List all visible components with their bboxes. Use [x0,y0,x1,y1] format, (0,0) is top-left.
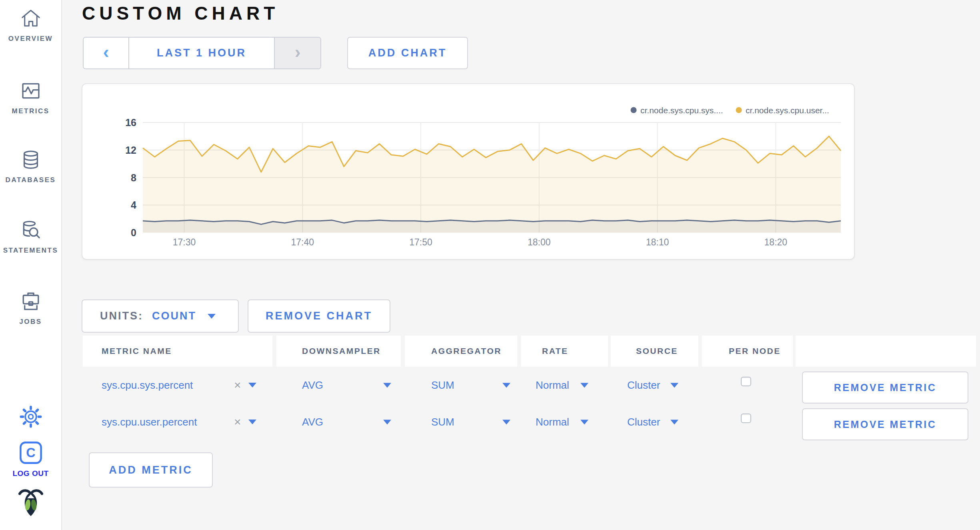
units-value: COUNT [152,310,196,322]
sidebar: OVERVIEW METRICS DATABASES [0,0,62,530]
source-value: Cluster [627,379,660,391]
sidebar-item-jobs[interactable]: JOBS [0,291,61,326]
rate-dropdown[interactable]: Normal [536,379,588,391]
metric-table-row: sys.cpu.sys.percent × AVG SUM Normal Clu… [0,367,980,404]
clear-metric-icon[interactable]: × [234,379,241,391]
time-next-button[interactable]: › [275,38,320,68]
metric-name-dropdown[interactable]: × [234,416,256,428]
aggregator-dropdown[interactable]: SUM [431,379,510,391]
remove-metric-button[interactable]: REMOVE METRIC [802,371,968,404]
per-node-checkbox[interactable] [741,414,751,423]
rate-value: Normal [536,416,569,428]
svg-text:17:40: 17:40 [291,237,314,247]
downsampler-dropdown[interactable]: AVG [302,379,391,391]
sidebar-item-statements[interactable]: STATEMENTS [0,219,61,255]
aggregator-value: SUM [431,379,454,391]
svg-text:C: C [26,446,35,460]
svg-text:17:50: 17:50 [409,237,432,247]
svg-text:18:10: 18:10 [646,237,669,247]
chevron-down-icon [502,420,510,424]
source-dropdown[interactable]: Cluster [627,416,678,428]
units-dropdown[interactable]: UNITS: COUNT [82,299,239,333]
svg-text:8: 8 [131,172,136,183]
chevron-down-icon [670,420,678,424]
col-header-aggregator: AGGREGATOR [405,335,517,367]
col-header-actions [796,335,976,367]
downsampler-value: AVG [302,379,323,391]
chevron-down-icon [502,383,510,387]
aggregator-dropdown[interactable]: SUM [431,416,510,428]
svg-text:18:20: 18:20 [764,237,788,247]
home-icon [0,8,61,29]
statements-search-icon [0,219,61,241]
gear-icon [0,405,61,428]
svg-text:12: 12 [125,145,136,156]
cockroach-c-logo-icon: C [0,440,61,465]
sidebar-item-overview[interactable]: OVERVIEW [0,8,61,43]
page-title: CUSTOM CHART [82,2,279,24]
col-header-rate: RATE [521,335,608,367]
chevron-down-icon [383,383,391,387]
col-header-per-node: PER NODE [702,335,793,367]
time-prev-button[interactable]: ‹ [84,38,128,68]
chevron-down-icon [248,383,256,387]
cockroach-bug-logo[interactable] [0,488,61,521]
chevron-down-icon [580,420,588,424]
chevron-down-icon [248,420,256,424]
time-window-selector: ‹ LAST 1 HOUR › [83,37,321,69]
sidebar-item-label: METRICS [0,107,61,115]
col-header-metric-name: METRIC NAME [83,335,272,367]
briefcase-icon [0,291,61,312]
sidebar-item-label: STATEMENTS [0,247,61,255]
bottom-shadow [224,502,904,530]
sidebar-item-label: DATABASES [0,176,61,184]
sidebar-item-metrics[interactable]: METRICS [0,80,61,115]
downsampler-value: AVG [302,416,323,428]
metric-name-value: sys.cpu.sys.percent [102,379,193,391]
settings-button[interactable] [0,405,61,428]
sidebar-item-label: OVERVIEW [0,35,61,43]
metric-table-row: sys.cpu.user.percent × AVG SUM Normal Cl… [0,404,980,440]
logout-label: LOG OUT [0,469,61,478]
remove-metric-button[interactable]: REMOVE METRIC [802,408,968,440]
chevron-down-icon [670,383,678,387]
svg-text:18:00: 18:00 [528,237,551,247]
units-label: UNITS: [100,310,143,322]
per-node-checkbox[interactable] [741,377,751,386]
remove-chart-button[interactable]: REMOVE CHART [248,299,390,333]
rate-dropdown[interactable]: Normal [536,416,588,428]
source-value: Cluster [627,416,660,428]
svg-text:4: 4 [131,199,136,211]
svg-text:0: 0 [131,227,136,238]
clear-metric-icon[interactable]: × [234,416,241,428]
database-icon [0,149,61,171]
add-metric-button[interactable]: ADD METRIC [89,452,213,488]
svg-text:16: 16 [125,117,136,128]
svg-text:cr.node.sys.cpu.sys....: cr.node.sys.cpu.sys.... [640,106,723,115]
time-range-dropdown[interactable]: LAST 1 HOUR [128,38,275,68]
downsampler-dropdown[interactable]: AVG [302,416,391,428]
aggregator-value: SUM [431,416,454,428]
chevron-down-icon [383,420,391,424]
col-header-source: SOURCE [611,335,698,367]
svg-text:cr.node.sys.cpu.user...: cr.node.sys.cpu.user... [746,106,829,115]
logout-button[interactable]: C LOG OUT [0,440,61,478]
sidebar-item-label: JOBS [0,318,61,326]
metric-name-value: sys.cpu.user.percent [102,416,197,428]
chevron-down-icon [208,314,216,319]
chart-card: 17:3017:4017:5018:0018:1018:200481216cr.… [82,83,855,260]
chevron-right-icon: › [295,43,301,61]
rate-value: Normal [536,379,569,391]
svg-text:17:30: 17:30 [173,237,196,247]
col-header-downsampler: DOWNSAMPLER [276,335,401,367]
metrics-chart-icon [0,80,61,102]
custom-chart: 17:3017:4017:5018:0018:1018:200481216cr.… [82,84,854,259]
sidebar-item-databases[interactable]: DATABASES [0,149,61,184]
chevron-left-icon: ‹ [103,43,109,61]
chevron-down-icon [580,383,588,387]
add-chart-button[interactable]: ADD CHART [347,37,468,69]
metric-name-dropdown[interactable]: × [234,379,256,391]
cockroach-bug-icon [0,488,61,521]
source-dropdown[interactable]: Cluster [627,379,678,391]
